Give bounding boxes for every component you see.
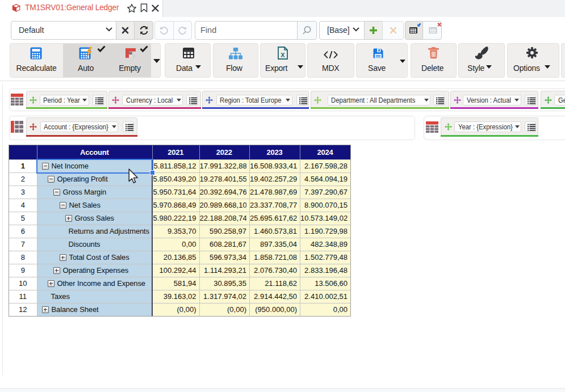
svg-text:X: X	[281, 52, 285, 58]
